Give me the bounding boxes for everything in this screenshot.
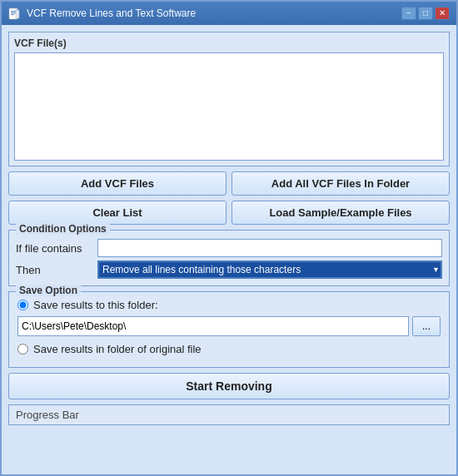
then-select[interactable]: Remove all lines containing those charac… (97, 260, 442, 279)
add-vcf-button[interactable]: Add VCF Files (8, 171, 227, 196)
progress-bar-group: Progress Bar (8, 404, 450, 425)
save-original-radio-row: Save results in folder of original file (17, 343, 441, 355)
then-select-wrapper: Remove all lines containing those charac… (97, 260, 442, 279)
load-sample-button[interactable]: Load Sample/Example Files (231, 201, 450, 225)
svg-rect-1 (11, 11, 16, 12)
minimize-button[interactable]: − (401, 7, 416, 20)
save-folder-label: Save results to this folder: (33, 299, 158, 311)
add-buttons-row: Add VCF Files Add All VCF Files In Folde… (8, 171, 450, 196)
add-all-vcf-button[interactable]: Add All VCF Files In Folder (231, 171, 450, 196)
close-button[interactable]: ✕ (435, 7, 450, 20)
save-folder-radio-row: Save results to this folder: (17, 299, 441, 311)
svg-rect-2 (11, 12, 16, 13)
title-bar: VCF Remove Lines and Text Software − □ ✕ (2, 2, 456, 25)
condition-group: Condition Options If file contains Then … (8, 230, 450, 286)
if-contains-label: If file contains (16, 242, 91, 255)
restore-button[interactable]: □ (418, 7, 433, 20)
clear-load-row: Clear List Load Sample/Example Files (8, 201, 450, 225)
save-option-group: Save Option Save results to this folder:… (8, 291, 450, 368)
condition-legend: Condition Options (16, 223, 110, 235)
if-contains-input[interactable] (97, 239, 442, 257)
save-legend: Save Option (16, 285, 81, 296)
title-bar-title: VCF Remove Lines and Text Software (27, 7, 196, 19)
folder-path-input[interactable] (17, 316, 409, 336)
folder-path-row: ... (17, 316, 441, 336)
then-label: Then (16, 264, 91, 276)
svg-marker-5 (16, 7, 19, 11)
save-folder-radio[interactable] (17, 300, 28, 310)
clear-list-button[interactable]: Clear List (8, 201, 227, 225)
svg-rect-3 (11, 14, 14, 15)
if-contains-row: If file contains (16, 239, 442, 257)
vcf-file-group: VCF File(s) (8, 32, 450, 166)
save-original-radio[interactable] (17, 344, 28, 355)
content-area: VCF File(s) Add VCF Files Add All VCF Fi… (2, 25, 456, 474)
title-bar-left: VCF Remove Lines and Text Software (8, 7, 196, 20)
app-icon (8, 7, 22, 20)
progress-bar-label: Progress Bar (16, 409, 79, 421)
then-row: Then Remove all lines containing those c… (16, 260, 442, 279)
vcf-file-list[interactable] (14, 52, 444, 161)
save-original-label: Save results in folder of original file (33, 343, 202, 355)
start-removing-button[interactable]: Start Removing (8, 373, 450, 399)
browse-button[interactable]: ... (412, 316, 441, 336)
title-bar-controls: − □ ✕ (401, 7, 450, 20)
main-window: VCF Remove Lines and Text Software − □ ✕… (0, 0, 458, 476)
vcf-file-label: VCF File(s) (14, 37, 444, 49)
